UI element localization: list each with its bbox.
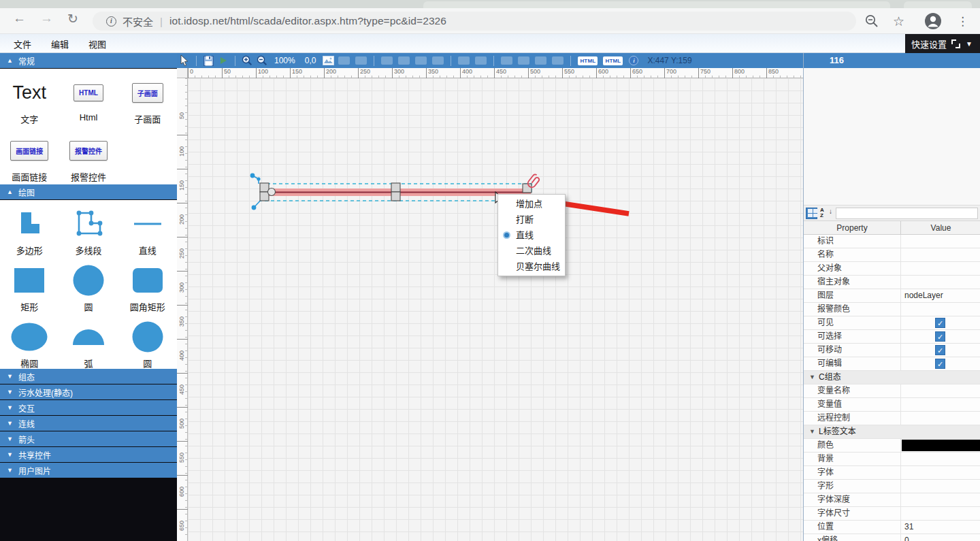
select-pointer-icon[interactable] [177,54,192,67]
resize-handle[interactable] [523,184,532,193]
snapshot-image-icon[interactable] [321,54,336,67]
property-value[interactable]: ✓ [900,357,980,370]
menu-item-文件[interactable]: 文件 [14,37,31,50]
context-menu-item-贝塞尔曲线[interactable]: 贝塞尔曲线 [498,259,565,274]
context-menu-item-直线[interactable]: 直线 [498,227,565,243]
property-value[interactable] [900,466,980,479]
context-menu-item-增加点[interactable]: 增加点 [498,196,565,212]
distribute-v-icon[interactable] [518,56,529,65]
run-preview-icon[interactable] [216,54,231,67]
back-icon[interactable]: ← [13,11,26,26]
checkbox-checked-icon[interactable]: ✓ [935,318,945,328]
object-tree-panel[interactable] [804,68,980,206]
section-header-用户图片[interactable]: ▼用户图片 [0,463,177,478]
context-menu-item-二次曲线[interactable]: 二次曲线 [498,243,565,259]
section-collapse-icon[interactable]: ▼ [809,371,815,384]
zoom-out-icon[interactable] [255,54,270,67]
menu-item-视图[interactable]: 视图 [88,37,106,50]
checkbox-checked-icon[interactable]: ✓ [935,331,945,342]
section-header-共享控件[interactable]: ▼共享控件 [0,447,177,462]
section-collapse-icon[interactable]: ▼ [809,425,815,438]
section-header-组态[interactable]: ▼组态 [0,369,177,384]
design-canvas[interactable]: 增加点打断直线二次曲线贝塞尔曲线 [188,78,803,541]
context-menu-item-打断[interactable]: 打断 [498,212,565,227]
property-value[interactable] [900,453,980,465]
palette-item-矩形[interactable]: 矩形 [0,257,59,313]
property-value[interactable] [900,235,980,248]
property-filter-input[interactable] [836,208,978,219]
property-value[interactable]: 31 [900,521,980,534]
categorized-view-icon[interactable] [806,208,817,219]
html-source-icon[interactable]: HTML [578,56,598,65]
property-value[interactable] [900,493,980,506]
distribute-h-icon[interactable] [501,56,512,65]
palette-item-圆[interactable]: 圆 [59,257,118,313]
property-value[interactable]: ✓ [900,316,980,329]
align-left-icon[interactable] [381,56,393,65]
palette-item-文字[interactable]: Text文字 [0,69,59,127]
vertex-dot-icon[interactable] [250,174,255,178]
palette-item-多边形[interactable]: 多边形 [0,200,59,257]
align-middle-icon[interactable] [458,56,470,65]
palette-item-Html[interactable]: HTMLHtml [59,69,118,127]
align-center-icon[interactable] [398,56,410,65]
same-height-icon[interactable] [552,56,564,65]
property-value[interactable]: 0 [900,534,980,541]
resize-handle[interactable] [260,192,269,201]
forward-icon[interactable]: → [40,11,53,26]
resize-handle[interactable] [260,183,269,192]
checkbox-checked-icon[interactable]: ✓ [935,359,945,369]
sort-alpha-icon[interactable]: AZ [820,208,832,219]
property-value[interactable] [900,507,980,520]
align-right-icon[interactable] [415,56,427,65]
quick-settings-caret-icon[interactable]: ▼ [966,40,973,48]
browser-menu-icon[interactable]: ⋮ [957,8,968,34]
browser-tab[interactable] [423,1,890,8]
zoom-page-icon[interactable] [864,8,879,34]
palette-item-报警控件[interactable]: 报警控件报警控件 [59,127,118,184]
property-value[interactable]: nodeLayer [900,289,980,302]
palette-item-弧[interactable]: 弧 [59,313,118,370]
endpoint-handle[interactable] [268,188,276,196]
quick-settings-button[interactable]: 快速设置 ▼ [905,34,980,53]
palette-item-画面链接[interactable]: 画面链接画面链接 [0,127,59,184]
property-value[interactable] [900,276,980,289]
url-text[interactable]: iot.idosp.net/html/scada/editor.aspx.htm… [169,15,446,27]
property-value[interactable] [900,248,980,261]
property-value[interactable]: ✓ [900,344,980,357]
vertex-dot-icon[interactable] [252,206,257,210]
resize-handle[interactable] [391,192,400,201]
profile-avatar[interactable] [924,8,942,34]
section-header-箭头[interactable]: ▼箭头 [0,431,177,446]
property-value[interactable] [900,303,980,316]
ungroup-icon[interactable] [355,56,367,65]
resize-handle[interactable] [391,183,400,192]
section-header-常规[interactable]: ▲常规 [0,53,177,68]
address-bar[interactable]: i 不安全 | iot.idosp.net/html/scada/editor.… [93,12,856,31]
palette-item-子画面[interactable]: 子画面子画面 [118,69,177,127]
color-swatch[interactable] [902,440,980,451]
palette-item-直线[interactable]: 直线 [118,200,177,257]
reload-icon[interactable]: ↻ [67,11,78,27]
info-icon[interactable]: i [629,56,638,65]
group-icon[interactable] [338,56,350,65]
property-value[interactable] [900,412,980,425]
section-header-污水处理(静态)[interactable]: ▼污水处理(静态) [0,384,177,399]
palette-item-椭圆[interactable]: 椭圆 [0,313,59,370]
html-export-icon[interactable]: HTML [603,56,623,65]
vertex-dot-icon[interactable] [257,177,260,180]
align-top-icon[interactable] [432,56,444,65]
browser-tab-2[interactable] [904,1,972,8]
property-value[interactable]: ✓ [900,330,980,343]
property-value[interactable] [900,262,980,275]
palette-item-圆[interactable]: 圆 [118,313,177,370]
save-icon[interactable] [201,54,216,67]
property-value[interactable] [900,480,980,493]
align-bottom-icon[interactable] [475,56,487,65]
bookmark-star-icon[interactable]: ☆ [893,8,904,34]
section-header-绘图[interactable]: ▲绘图 [0,184,177,199]
line-shape[interactable] [264,188,531,196]
same-width-icon[interactable] [535,56,546,65]
attachment-paperclip-icon[interactable] [527,174,541,188]
palette-item-圆角矩形[interactable]: 圆角矩形 [118,257,177,313]
